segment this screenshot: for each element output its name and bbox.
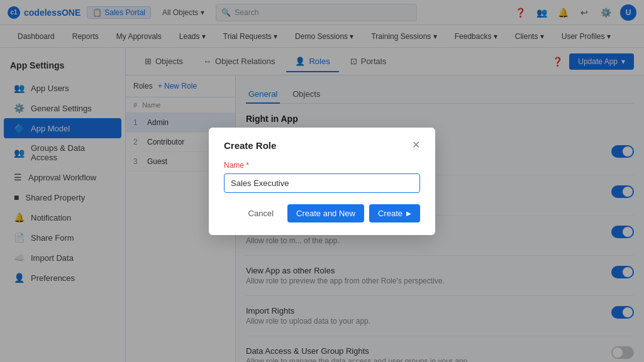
modal-overlay[interactable]: Create Role ✕ Name * Cancel Create and N…: [0, 0, 644, 362]
modal-name-label: Name *: [224, 161, 420, 170]
create-role-modal: Create Role ✕ Name * Cancel Create and N…: [209, 128, 435, 235]
create-and-new-button[interactable]: Create and New: [287, 204, 364, 222]
modal-actions: Cancel Create and New Create ▶: [224, 204, 420, 222]
cancel-button[interactable]: Cancel: [240, 204, 282, 222]
modal-header: Create Role ✕: [224, 140, 420, 151]
create-button[interactable]: Create ▶: [369, 204, 420, 222]
role-name-input[interactable]: [224, 173, 420, 193]
modal-title: Create Role: [224, 140, 276, 151]
modal-close-button[interactable]: ✕: [412, 140, 420, 150]
cursor-icon: ▶: [406, 210, 411, 217]
